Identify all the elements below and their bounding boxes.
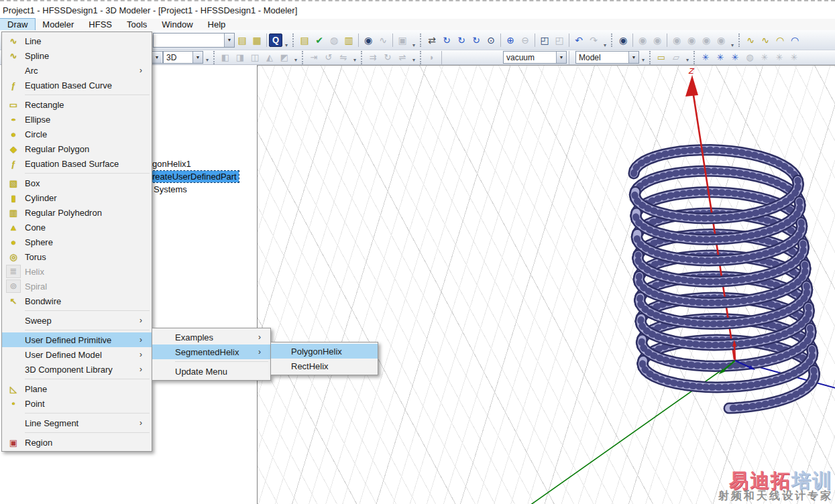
menu-item-examples[interactable]: Examples› [152, 330, 270, 344]
menubar-item-draw[interactable]: Draw [0, 19, 35, 30]
menu-item-cone[interactable]: ▲Cone [2, 220, 152, 235]
tree-item-polygonhelix[interactable]: gonHelix1 [150, 158, 193, 170]
menu-item-sphere[interactable]: ●Sphere [2, 235, 152, 249]
pan-icon[interactable]: ⇄ [425, 33, 439, 47]
q-assist-icon[interactable]: Q [269, 34, 282, 47]
menu-item-update-menu[interactable]: Update Menu [152, 364, 270, 379]
dynamic-zoom-icon[interactable]: ⊙ [484, 33, 498, 47]
edit-notes-icon[interactable]: ▤ [235, 33, 249, 47]
material-combo-dropdown-arrow[interactable]: ▼ [556, 52, 566, 63]
menu-item-point[interactable]: •Point [2, 396, 152, 411]
toolbar-grip[interactable] [611, 34, 614, 47]
toolbar-overflow-button[interactable]: ▾ [282, 30, 290, 50]
tree-item-coordinate-systems[interactable]: Systems [152, 184, 189, 195]
cone-icon: ▲ [2, 223, 25, 233]
menubar-item-window[interactable]: Window [154, 19, 200, 30]
menu-item-sweep[interactable]: Sweep› [2, 313, 152, 328]
submenu-arrow-icon: › [140, 365, 152, 374]
menu-item-region[interactable]: ▣Region [2, 435, 152, 450]
model-combo[interactable]: Model▼ [575, 51, 639, 64]
toolbar-grip[interactable] [420, 51, 423, 64]
toolbar-grip[interactable] [738, 34, 741, 47]
draw-spline-icon[interactable]: ∿ [758, 33, 773, 47]
rotate-model-center-icon[interactable]: ↻ [439, 33, 454, 47]
rotate-current-axis-icon[interactable]: ↻ [454, 33, 469, 47]
menu-item-user-defined-primitive[interactable]: User Defined Primitive› [2, 332, 152, 347]
menu-item-user-defined-model[interactable]: User Defined Model› [2, 347, 152, 362]
menu-item-arc[interactable]: Arc› [2, 63, 152, 78]
menu-item-cylinder[interactable]: ▮Cylinder [2, 190, 152, 205]
menubar-item-modeler[interactable]: Modeler [35, 19, 81, 30]
offset-cs-icon[interactable]: ✳ [728, 51, 742, 64]
active-design-combo[interactable]: ▼ [153, 33, 235, 48]
plane-combo-stub[interactable]: ▼ [151, 51, 163, 64]
toolbar-overflow-button[interactable]: ▾ [292, 50, 300, 64]
active-design-combo-dropdown-arrow[interactable]: ▼ [224, 34, 234, 47]
menu-item-bondwire[interactable]: ↖Bondwire [2, 294, 152, 308]
modeler-3d-view[interactable]: z 易迪拓培训 射频和天线设计专家 [257, 65, 835, 504]
hide-show-icon[interactable]: ◉ [616, 33, 630, 47]
create-report-icon: ∿ [376, 33, 390, 47]
face-cs-icon[interactable]: ✳ [713, 51, 728, 64]
toolbar-grip[interactable] [213, 51, 216, 64]
toolbar-grip[interactable] [292, 34, 295, 47]
menu-item-polygonhelix[interactable]: PolygonHelix [271, 344, 378, 359]
menu-item-recthelix[interactable]: RectHelix [271, 359, 378, 373]
rotate-screen-center-icon[interactable]: ↻ [469, 33, 484, 47]
menu-item-equation-based-surface[interactable]: ƒEquation Based Surface [2, 156, 152, 171]
menu-item-rectangle[interactable]: ▭Rectangle [2, 97, 152, 112]
menu-item-torus[interactable]: ◎Torus [2, 249, 152, 264]
plane-combo-stub-dropdown-arrow[interactable]: ▼ [152, 52, 162, 63]
validate-icon[interactable]: ✔ [312, 33, 327, 47]
draw-arc-3pt-icon[interactable]: ◠ [787, 33, 802, 47]
menu-item-segmentedhelix[interactable]: SegmentedHelix› [152, 344, 270, 359]
draw-line-icon[interactable]: ∿ [743, 33, 758, 47]
toolbar-overflow-button[interactable]: ▾ [601, 30, 609, 50]
menu-item-box[interactable]: ▧Box [2, 176, 152, 190]
toolbar-grip[interactable] [693, 51, 696, 64]
grid-plane-icon[interactable]: ▭ [654, 51, 669, 64]
undo-icon[interactable]: ↶ [571, 33, 586, 47]
menu-item-plane[interactable]: ◺Plane [2, 381, 152, 396]
menubar-item-tools[interactable]: Tools [119, 19, 154, 30]
menu-item-regular-polygon[interactable]: ◆Regular Polygon [2, 141, 152, 156]
menubar-item-hfss[interactable]: HFSS [81, 19, 119, 30]
material-combo[interactable]: vacuum▼ [503, 51, 567, 64]
toolbar-grip[interactable] [649, 51, 652, 64]
toolbar-overflow-button[interactable]: ▾ [728, 30, 736, 50]
toolbar-overflow-button[interactable]: ▾ [410, 30, 418, 50]
menu-item-line-segment[interactable]: Line Segment› [2, 416, 152, 430]
dimension-combo-dropdown-arrow[interactable]: ▼ [192, 52, 203, 63]
toolbar-grip[interactable] [361, 51, 364, 64]
tree-item-createuserdefinedpart[interactable]: reateUserDefinedPart [150, 171, 239, 182]
toolbar-overflow-button[interactable]: ▾ [351, 50, 359, 64]
toolbar-overflow-button[interactable]: ▾ [410, 50, 418, 64]
menu-item-circle[interactable]: ●Circle [2, 127, 152, 141]
edit-tree-icon[interactable]: ▦ [249, 33, 264, 47]
design-notes-icon[interactable]: ▤ [297, 33, 312, 47]
menu-item-spiral: ⊚Spiral [2, 279, 152, 294]
menu-item-label: Line Segment [2, 418, 140, 428]
menu-item-regular-polyhedron[interactable]: ▥Regular Polyhedron [2, 205, 152, 220]
toolbar-grip[interactable] [302, 51, 304, 64]
rotate-icon: ↺ [321, 51, 336, 64]
toolbar-overflow-button[interactable]: ▾ [683, 50, 691, 64]
toolbar-overflow-button[interactable]: ▾ [203, 50, 211, 64]
create-cs-icon[interactable]: ✳ [698, 51, 713, 64]
menubar-item-help[interactable]: Help [201, 19, 233, 30]
menu-item-label: Rectangle [25, 100, 140, 110]
dimension-combo[interactable]: 3D▼ [163, 51, 203, 64]
optimetrics-icon[interactable]: ◉ [361, 33, 376, 47]
zoom-rect-icon[interactable]: ◰ [537, 33, 552, 47]
menu-item-3d-component-library[interactable]: 3D Component Library› [2, 362, 152, 377]
results-icon[interactable]: ▥ [341, 33, 356, 47]
menu-item-equation-based-curve[interactable]: ƒEquation Based Curve [2, 78, 152, 92]
menu-item-line[interactable]: ∿Line [2, 34, 152, 48]
draw-arc-center-icon[interactable]: ◠ [773, 33, 787, 47]
menu-item-spline[interactable]: ∿Spline [2, 48, 152, 63]
toolbar-overflow-button[interactable]: ▾ [639, 50, 647, 64]
model-combo-dropdown-arrow[interactable]: ▼ [628, 52, 638, 63]
zoom-in-icon[interactable]: ⊕ [503, 33, 518, 47]
toolbar-grip[interactable] [420, 34, 423, 47]
menu-item-ellipse[interactable]: ●Ellipse [2, 112, 152, 127]
